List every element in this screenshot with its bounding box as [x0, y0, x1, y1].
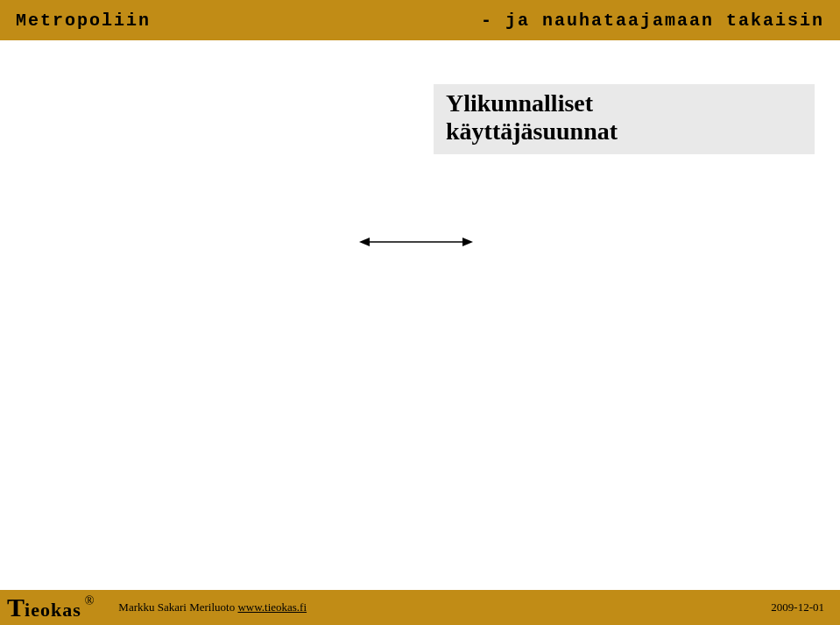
footer-left: T ieokas ® Markku Sakari Meriluoto www.t…	[7, 594, 307, 621]
tieokas-logo: T ieokas ®	[7, 594, 94, 621]
info-line-2: käyttäjäsuunnat	[446, 117, 802, 146]
header-title-right: - ja nauhataajamaan takaisin	[481, 11, 824, 31]
registered-icon: ®	[85, 594, 95, 608]
footer-author: Markku Sakari Meriluoto www.tieokas.fi	[118, 600, 307, 614]
svg-marker-1	[359, 238, 370, 246]
footer-date: 2009-12-01	[771, 600, 824, 614]
footer-link[interactable]: www.tieokas.fi	[237, 600, 307, 614]
header-title-left: Metropoliin	[16, 11, 151, 31]
logo-rest: ieokas	[25, 599, 81, 621]
logo-letter-t: T	[7, 594, 25, 621]
slide-footer: T ieokas ® Markku Sakari Meriluoto www.t…	[0, 590, 840, 625]
double-arrow-icon	[359, 233, 473, 251]
info-box: Ylikunnalliset käyttäjäsuunnat	[434, 84, 815, 154]
author-name: Markku Sakari Meriluoto	[118, 600, 237, 614]
svg-marker-2	[462, 238, 473, 246]
slide-body: Ylikunnalliset käyttäjäsuunnat	[0, 40, 840, 590]
slide-header: Metropoliin - ja nauhataajamaan takaisin	[0, 0, 840, 40]
info-line-1: Ylikunnalliset	[446, 89, 802, 117]
